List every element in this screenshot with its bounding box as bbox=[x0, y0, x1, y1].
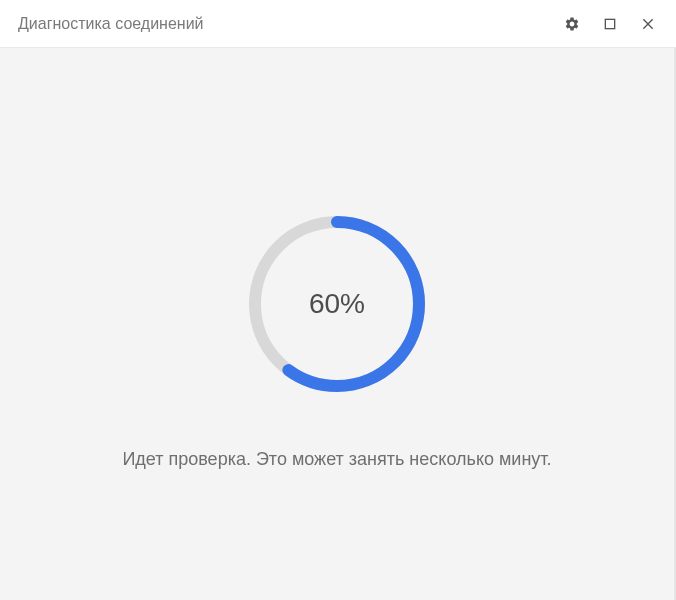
main-content: 60% Идет проверка. Это может занять неск… bbox=[0, 48, 676, 600]
status-message: Идет проверка. Это может занять нескольк… bbox=[0, 449, 674, 470]
gear-icon[interactable] bbox=[560, 12, 584, 36]
maximize-icon[interactable] bbox=[598, 12, 622, 36]
titlebar: Диагностика соединений bbox=[0, 0, 676, 48]
window-title: Диагностика соединений bbox=[18, 15, 560, 33]
progress-ring: 60% bbox=[242, 209, 432, 399]
titlebar-actions bbox=[560, 12, 660, 36]
close-icon[interactable] bbox=[636, 12, 660, 36]
svg-rect-0 bbox=[605, 19, 614, 28]
progress-percent-label: 60% bbox=[309, 288, 365, 320]
